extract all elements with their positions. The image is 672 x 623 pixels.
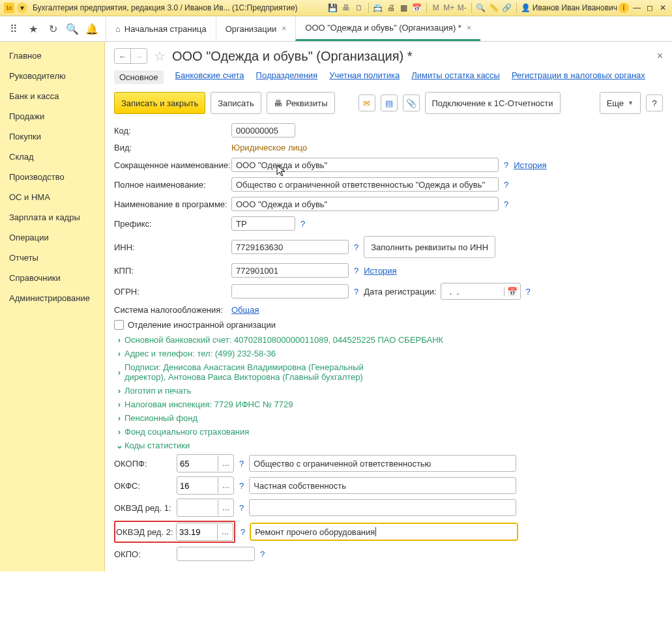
grid-icon[interactable]: ▦ xyxy=(399,3,409,13)
ruler-icon[interactable]: 📏 xyxy=(489,3,499,13)
help-icon[interactable]: ? xyxy=(354,266,358,276)
okfs-input[interactable]: ... xyxy=(177,476,234,495)
tab-organization-card[interactable]: ООО "Одежда и обувь" (Организация) * × xyxy=(295,16,480,41)
help-icon[interactable]: ? xyxy=(239,481,244,491)
help-icon[interactable]: ? xyxy=(300,219,305,229)
picker-icon[interactable]: ... xyxy=(218,500,233,515)
calendar-icon[interactable]: 📅 xyxy=(412,3,422,13)
attach-button[interactable]: 📎 xyxy=(403,94,420,111)
save-button[interactable]: Записать xyxy=(211,92,261,114)
print2-icon[interactable]: 🖨 xyxy=(386,3,396,13)
calendar-icon[interactable]: 📅 xyxy=(504,287,520,297)
sidebar-item-production[interactable]: Производство xyxy=(0,167,104,187)
expander-social[interactable]: ›Фонд социального страхования xyxy=(114,427,663,437)
search-icon[interactable]: 🔍 xyxy=(64,20,81,37)
history-icon[interactable]: ↻ xyxy=(44,20,61,37)
apps-icon[interactable]: ⠿ xyxy=(5,20,22,37)
help-icon[interactable]: ? xyxy=(239,459,244,469)
favorite-star-icon[interactable]: ☆ xyxy=(154,48,166,64)
mminus-icon[interactable]: M- xyxy=(457,3,467,13)
subtab-bank[interactable]: Банковские счета xyxy=(175,70,244,84)
sidebar-item-hr[interactable]: Зарплата и кадры xyxy=(0,207,104,227)
picker-icon[interactable]: ... xyxy=(218,456,233,471)
info-icon[interactable]: i xyxy=(619,3,629,13)
fill-by-inn-button[interactable]: Заполнить реквизиты по ИНН xyxy=(364,236,495,258)
requisites-button[interactable]: 🖶Реквизиты xyxy=(267,92,335,114)
connect-1c-button[interactable]: Подключение к 1С-Отчетности xyxy=(425,92,561,114)
sidebar-item-main[interactable]: Главное xyxy=(0,46,104,66)
tab-organizations[interactable]: Организации × xyxy=(216,16,296,41)
help-icon[interactable]: ? xyxy=(260,549,265,559)
history-link[interactable]: История xyxy=(514,160,546,170)
help-icon[interactable]: ? xyxy=(504,160,508,170)
sidebar-item-operations[interactable]: Операции xyxy=(0,227,104,248)
help-icon[interactable]: ? xyxy=(504,199,508,209)
okved1-input[interactable]: ... xyxy=(177,499,234,517)
nav-fwd-button[interactable]: → xyxy=(130,49,147,63)
sidebar-item-refs[interactable]: Справочники xyxy=(0,268,104,288)
mplus-icon[interactable]: M+ xyxy=(444,3,454,13)
print-icon[interactable]: 🖶 xyxy=(341,3,351,13)
calc-icon[interactable]: 📇 xyxy=(373,3,383,13)
dropdown-icon[interactable]: ▾ xyxy=(17,3,27,13)
expander-bank[interactable]: ›Основной банковский счет: 4070281080000… xyxy=(114,335,663,345)
bell-icon[interactable]: 🔔 xyxy=(83,20,100,37)
code-input[interactable] xyxy=(231,123,295,138)
help-icon[interactable]: ? xyxy=(526,287,531,297)
zoom-icon[interactable]: 🔍 xyxy=(476,3,486,13)
sidebar-item-sales[interactable]: Продажи xyxy=(0,106,104,126)
expander-tax[interactable]: ›Налоговая инспекция: 7729 ИФНС № 7729 xyxy=(114,399,663,409)
sidebar-item-assets[interactable]: ОС и НМА xyxy=(0,187,104,207)
save-icon[interactable]: 💾 xyxy=(328,3,338,13)
close-page-icon[interactable]: × xyxy=(657,50,663,62)
sidebar-item-stock[interactable]: Склад xyxy=(0,147,104,167)
okpo-input[interactable] xyxy=(177,547,255,561)
subtab-main[interactable]: Основное xyxy=(114,70,164,84)
subtab-policy[interactable]: Учетная политика xyxy=(329,70,400,84)
sidebar-item-manager[interactable]: Руководителю xyxy=(0,66,104,86)
sidebar-item-reports[interactable]: Отчеты xyxy=(0,248,104,268)
regdate-input[interactable]: 📅 xyxy=(441,283,521,300)
sidebar-item-purchases[interactable]: Покупки xyxy=(0,126,104,147)
minimize-icon[interactable]: — xyxy=(632,3,642,13)
mail-button[interactable]: ✉ xyxy=(358,94,375,111)
subtab-limits[interactable]: Лимиты остатка кассы xyxy=(411,70,500,84)
ogrn-input[interactable] xyxy=(231,284,349,298)
inn-input[interactable] xyxy=(231,240,349,254)
subtab-dept[interactable]: Подразделения xyxy=(256,70,318,84)
close-icon[interactable]: × xyxy=(467,23,471,33)
help-icon[interactable]: ? xyxy=(504,180,508,190)
foreign-checkbox[interactable] xyxy=(114,320,124,330)
sidebar-item-admin[interactable]: Администрирование xyxy=(0,288,104,308)
short-name-input[interactable] xyxy=(231,158,499,172)
maximize-icon[interactable]: ◻ xyxy=(645,3,655,13)
expander-pension[interactable]: ›Пенсионный фонд xyxy=(114,413,663,423)
close-icon[interactable]: × xyxy=(282,24,286,33)
close-window-icon[interactable]: ✕ xyxy=(658,3,668,13)
history-link[interactable]: История xyxy=(364,266,396,276)
okved1-desc[interactable] xyxy=(249,499,516,516)
expander-logo[interactable]: ›Логотип и печать xyxy=(114,386,663,396)
doc-button[interactable]: ▤ xyxy=(381,94,398,111)
tax-system-link[interactable]: Общая xyxy=(231,305,259,315)
m-icon[interactable]: M xyxy=(431,3,441,13)
okved2-desc[interactable]: Ремонт прочего оборудования xyxy=(250,523,518,540)
okfs-desc[interactable]: Частная собственность xyxy=(249,477,516,494)
prog-name-input[interactable] xyxy=(231,197,499,211)
help-icon[interactable]: ? xyxy=(354,287,358,297)
picker-icon[interactable]: ... xyxy=(218,478,233,493)
more-button[interactable]: Еще▼ xyxy=(600,92,641,114)
help-icon[interactable]: ? xyxy=(354,242,358,252)
subtab-reg[interactable]: Регистрации в налоговых органах xyxy=(512,70,645,84)
full-name-input[interactable] xyxy=(231,177,499,192)
tab-home[interactable]: ⌂ Начальная страница xyxy=(106,16,216,41)
expander-address[interactable]: ›Адрес и телефон: тел: (499) 232-58-36 xyxy=(114,349,663,358)
favorite-icon[interactable]: ★ xyxy=(25,20,42,37)
expander-stat-codes[interactable]: ⌄Коды статистики xyxy=(114,441,663,450)
kpp-input[interactable] xyxy=(231,263,349,278)
okopf-input[interactable]: ... xyxy=(177,454,234,472)
help-button[interactable]: ? xyxy=(646,94,663,111)
expander-signatures[interactable]: ›Подписи: Денисова Анастасия Владимировн… xyxy=(114,362,663,382)
okopf-desc[interactable]: Общество с ограниченной ответственностью xyxy=(249,455,516,472)
link-icon[interactable]: 🔗 xyxy=(502,3,512,13)
